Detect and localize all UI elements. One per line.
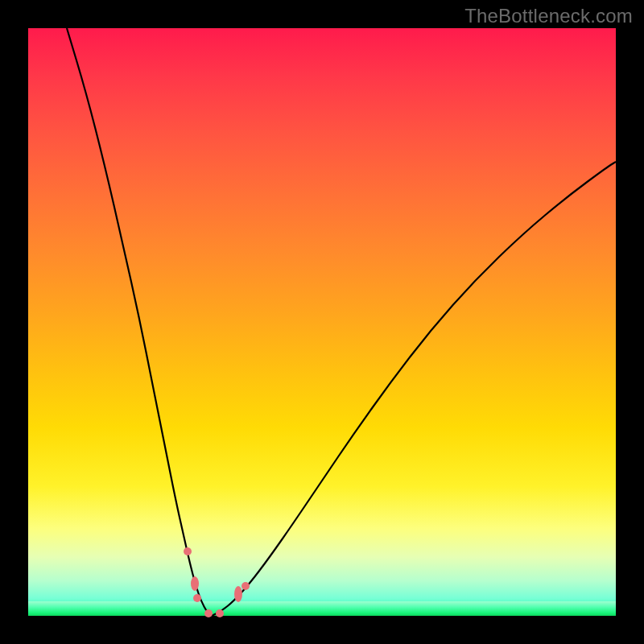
chart-frame: TheBottleneck.com	[0, 0, 644, 644]
right-curve	[212, 162, 616, 616]
left-curve	[67, 28, 212, 616]
plot-area	[28, 28, 616, 616]
data-marker	[204, 609, 213, 617]
data-marker	[216, 609, 224, 617]
data-marker	[191, 576, 199, 591]
markers-group	[184, 547, 250, 617]
data-marker	[234, 586, 242, 602]
chart-svg	[28, 28, 616, 616]
data-marker	[242, 582, 250, 590]
watermark-text: TheBottleneck.com	[464, 5, 633, 27]
data-marker	[184, 547, 192, 555]
data-marker	[193, 594, 201, 602]
